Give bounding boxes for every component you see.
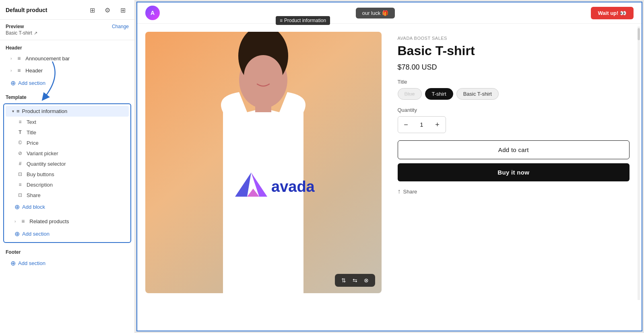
sidebar-subitem-share[interactable]: ⊡ Share bbox=[6, 190, 129, 200]
add-section-footer-button[interactable]: ⊕ Add section bbox=[2, 257, 132, 270]
luck-banner-text: our luck 🎁 bbox=[362, 10, 388, 16]
product-image: avada ⇅ ⇆ ⊗ bbox=[145, 32, 382, 293]
variant-picker-icon: ⊘ bbox=[17, 150, 23, 156]
main-content: ≡ Product information A our luck 🎁 Wait … bbox=[135, 0, 644, 333]
blocks-icon-button[interactable]: ⊞ bbox=[117, 4, 129, 16]
sidebar-item-related-products[interactable]: › ≡ Related products bbox=[6, 215, 128, 227]
preview-change-button[interactable]: Change bbox=[112, 24, 129, 29]
sidebar-item-product-information[interactable]: ▾ ≡ Product information bbox=[6, 106, 129, 117]
external-link-icon: ↗ bbox=[34, 31, 37, 36]
add-section-header-button[interactable]: ⊕ Add section bbox=[2, 76, 132, 90]
apps-icon: ⊞ bbox=[90, 6, 95, 14]
sidebar-title: Default product bbox=[6, 7, 47, 13]
variant-chip-basic-label: Basic T-shirt bbox=[463, 91, 492, 97]
buy-now-button[interactable]: Buy it now bbox=[398, 163, 630, 181]
image-control-3[interactable]: ⊗ bbox=[361, 276, 371, 284]
variant-chip-blue[interactable]: Blue bbox=[398, 88, 422, 100]
header-section-label: Header bbox=[0, 40, 134, 52]
add-block-button[interactable]: ⊕ Add block bbox=[6, 200, 128, 214]
blocks-icon: ⊞ bbox=[120, 6, 126, 14]
product-price: $78.00 USD bbox=[398, 63, 630, 72]
nav-avatar: A bbox=[145, 6, 160, 20]
product-layout: avada ⇅ ⇆ ⊗ bbox=[137, 24, 642, 301]
buy-buttons-icon: ⊡ bbox=[17, 171, 23, 177]
preview-frame: ≡ Product information A our luck 🎁 Wait … bbox=[135, 0, 644, 333]
product-info-tooltip-icon: ≡ bbox=[280, 18, 283, 23]
product-info-side: AVADA BOOST SALES Basic T-shirt $78.00 U… bbox=[390, 32, 634, 293]
quantity-control: − 1 + bbox=[398, 116, 446, 133]
announcement-bar-icon: ≡ bbox=[16, 55, 22, 62]
text-icon: ≡ bbox=[17, 119, 23, 125]
boost-label: AVADA BOOST SALES bbox=[398, 36, 630, 41]
quantity-minus-button[interactable]: − bbox=[398, 117, 414, 133]
apps-icon-button[interactable]: ⊞ bbox=[86, 4, 98, 16]
header-label: Header bbox=[25, 68, 43, 74]
share-text: Share bbox=[403, 189, 417, 195]
preview-product-name: Basic T-shirt bbox=[6, 30, 32, 36]
preview-announcement-bar: A our luck 🎁 Wait up! 👀 bbox=[137, 2, 642, 24]
variant-chip-basic[interactable]: Basic T-shirt bbox=[456, 88, 499, 100]
title-label: Title bbox=[27, 130, 36, 136]
variant-options: Blue T-shirt Basic T-shirt bbox=[398, 88, 630, 100]
sidebar-item-header[interactable]: › ≡ Header bbox=[2, 64, 132, 76]
product-information-label: Product information bbox=[22, 108, 68, 114]
sidebar-subitem-description[interactable]: ≡ Description bbox=[6, 179, 129, 190]
header-icon: ≡ bbox=[16, 67, 22, 74]
preview-inner: A our luck 🎁 Wait up! 👀 bbox=[136, 2, 642, 331]
plus-circle-icon-2: ⊕ bbox=[14, 203, 20, 211]
share-icon: ⊡ bbox=[17, 192, 23, 198]
sidebar-subitem-price[interactable]: © Price bbox=[6, 138, 129, 148]
product-info-tooltip: ≡ Product information bbox=[276, 16, 330, 25]
product-title: Basic T-shirt bbox=[398, 43, 630, 58]
buy-buttons-label: Buy buttons bbox=[27, 171, 54, 177]
sidebar-top-bar: Default product ⊞ ⚙ ⊞ bbox=[0, 0, 134, 20]
image-control-1[interactable]: ⇅ bbox=[339, 276, 349, 284]
add-section-template-button[interactable]: ⊕ Add section bbox=[6, 227, 128, 240]
product-info-tooltip-text: Product information bbox=[284, 18, 326, 23]
variant-picker-label: Variant picker bbox=[27, 150, 58, 156]
scrollbar[interactable] bbox=[638, 27, 640, 300]
sidebar-subitem-text[interactable]: ≡ Text bbox=[6, 117, 129, 127]
quantity-selector-icon: # bbox=[17, 160, 23, 167]
add-section-template-label: Add section bbox=[22, 231, 50, 237]
sidebar-subitem-buy-buttons[interactable]: ⊡ Buy buttons bbox=[6, 169, 129, 179]
related-products-icon: ≡ bbox=[20, 218, 26, 224]
quantity-plus-button[interactable]: + bbox=[429, 117, 446, 133]
quantity-value: 1 bbox=[414, 121, 429, 128]
variant-chip-blue-label: Blue bbox=[405, 91, 415, 97]
quantity-label: Quantity bbox=[398, 107, 630, 113]
plus-circle-icon: ⊕ bbox=[10, 79, 16, 87]
sidebar-subitem-title[interactable]: T Title bbox=[6, 127, 129, 138]
product-image-side: avada ⇅ ⇆ ⊗ bbox=[145, 32, 390, 293]
footer-section-label: Footer bbox=[0, 245, 134, 257]
add-to-cart-button[interactable]: Add to cart bbox=[398, 140, 630, 159]
product-image-wrapper: avada ⇅ ⇆ ⊗ bbox=[145, 32, 382, 293]
preview-product-row: Basic T-shirt ↗ bbox=[6, 30, 129, 36]
sidebar-item-announcement-bar[interactable]: › ≡ Announcement bar bbox=[2, 52, 132, 64]
variant-chip-tshirt[interactable]: T-shirt bbox=[425, 88, 453, 100]
svg-point-4 bbox=[244, 55, 283, 97]
chevron-down-icon: ▾ bbox=[12, 109, 14, 113]
preview-row: Preview Change bbox=[6, 24, 129, 29]
share-row[interactable]: ↑ Share bbox=[398, 188, 630, 195]
settings-icon-button[interactable]: ⚙ bbox=[101, 4, 114, 16]
add-section-header-label: Add section bbox=[18, 80, 45, 86]
chevron-right-icon-2: › bbox=[10, 68, 12, 73]
variant-label: Title bbox=[398, 79, 630, 85]
wait-up-button[interactable]: Wait up! 👀 bbox=[591, 7, 634, 19]
variant-chip-tshirt-label: T-shirt bbox=[432, 91, 446, 97]
sidebar-icon-group: ⊞ ⚙ ⊞ bbox=[86, 4, 129, 16]
image-control-2[interactable]: ⇆ bbox=[350, 276, 360, 284]
svg-text:avada: avada bbox=[271, 178, 315, 195]
preview-label: Preview bbox=[6, 24, 24, 29]
price-icon: © bbox=[17, 140, 23, 146]
tshirt-svg: avada bbox=[187, 32, 340, 293]
settings-icon: ⚙ bbox=[105, 6, 110, 14]
template-section-label: Template bbox=[0, 90, 134, 102]
add-block-label: Add block bbox=[22, 204, 45, 210]
description-label: Description bbox=[27, 182, 53, 188]
scrollbar-thumb bbox=[638, 28, 640, 40]
description-icon: ≡ bbox=[17, 181, 23, 188]
sidebar-subitem-quantity-selector[interactable]: # Quantity selector bbox=[6, 158, 129, 169]
sidebar-subitem-variant-picker[interactable]: ⊘ Variant picker bbox=[6, 148, 129, 158]
